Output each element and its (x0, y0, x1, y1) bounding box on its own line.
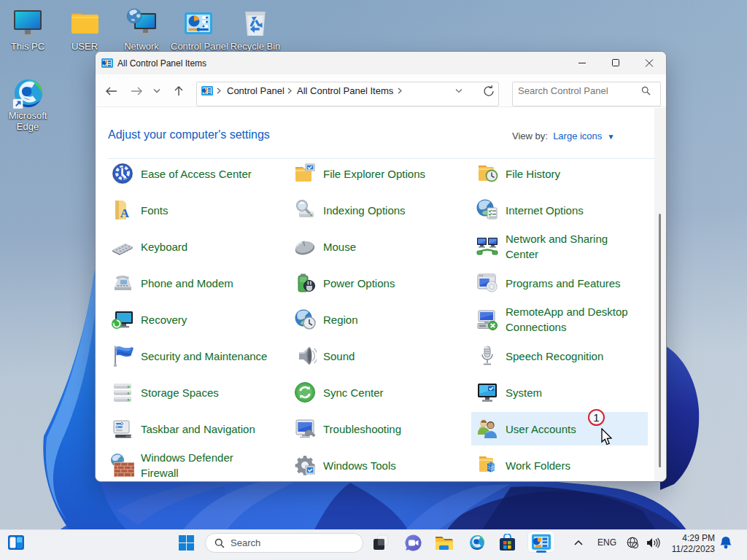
svg-text:A: A (120, 206, 130, 220)
